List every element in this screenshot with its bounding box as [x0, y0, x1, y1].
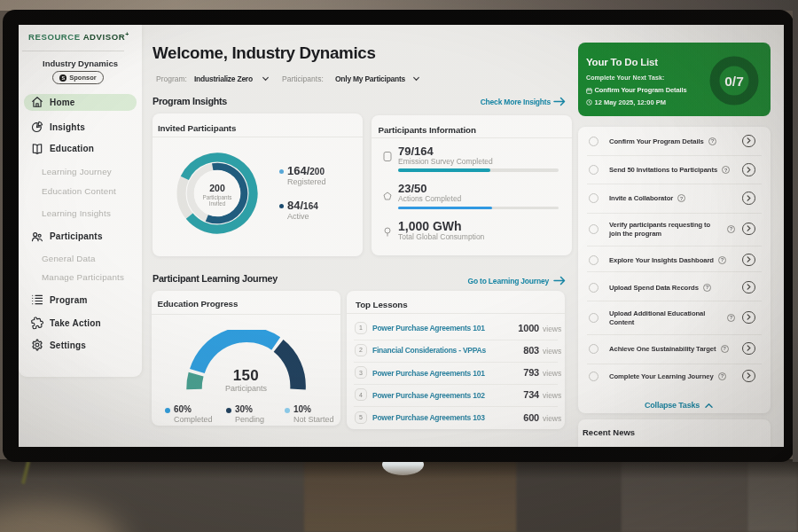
svg-text:0/7: 0/7: [724, 74, 744, 89]
svg-text:200: 200: [209, 183, 225, 193]
svg-text:Invited: Invited: [209, 200, 226, 207]
